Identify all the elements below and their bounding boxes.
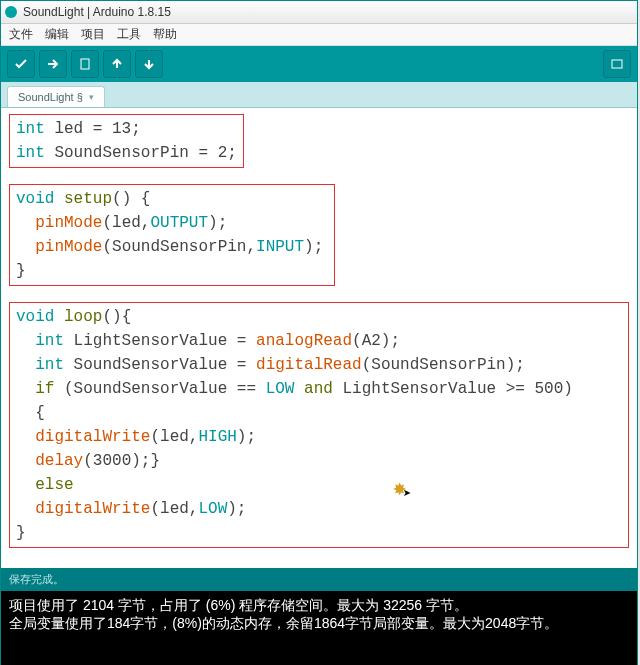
code-token: led = 13;	[54, 120, 140, 138]
code-token: delay	[35, 452, 83, 470]
code-token: LightSensorValue >= 500)	[333, 380, 573, 398]
code-token: );	[237, 428, 256, 446]
arduino-app-icon	[5, 6, 17, 18]
toolbar	[1, 46, 637, 82]
code-token: int	[35, 356, 73, 374]
code-token: int	[16, 120, 54, 138]
code-token: LOW	[198, 500, 227, 518]
title-bar[interactable]: SoundLight | Arduino 1.8.15	[1, 1, 637, 24]
menu-tools[interactable]: 工具	[117, 26, 141, 43]
console-text: 项目使用了 2104 字节，占用了 (6%) 程序存储空间。最大为 32256 …	[9, 597, 558, 631]
highlight-box-declarations: int led = 13; int SoundSensorPin = 2;	[9, 114, 244, 168]
new-button[interactable]	[71, 50, 99, 78]
svg-rect-0	[81, 59, 89, 69]
code-token: and	[294, 380, 332, 398]
code-token: if	[35, 380, 64, 398]
code-token: else	[35, 476, 73, 494]
code-token: SoundSensorPin = 2;	[54, 144, 236, 162]
new-file-icon	[78, 57, 92, 71]
tab-dropdown-icon[interactable]: ▾	[89, 92, 94, 102]
tab-label: SoundLight §	[18, 91, 83, 103]
code-token: digitalRead	[256, 356, 362, 374]
code-token: void	[16, 190, 64, 208]
code-token: INPUT	[256, 238, 304, 256]
code-token: }	[16, 259, 328, 283]
code-token: int	[16, 144, 54, 162]
code-token: (SoundSensorValue ==	[64, 380, 266, 398]
arrow-right-icon	[46, 57, 60, 71]
code-token: (led,	[150, 428, 198, 446]
code-token: (SoundSensorPin,	[102, 238, 256, 256]
serial-monitor-icon	[610, 57, 624, 71]
code-token: (SoundSensorPin);	[362, 356, 525, 374]
code-token: HIGH	[198, 428, 236, 446]
highlight-box-loop: void loop(){ int LightSensorValue = anal…	[9, 302, 629, 548]
code-token: OUTPUT	[150, 214, 208, 232]
highlight-box-setup: void setup() { pinMode(led,OUTPUT); pinM…	[9, 184, 335, 286]
code-token: void	[16, 308, 64, 326]
check-icon	[14, 57, 28, 71]
serial-monitor-button[interactable]	[603, 50, 631, 78]
open-button[interactable]	[103, 50, 131, 78]
code-token: );	[208, 214, 227, 232]
code-token: LOW	[266, 380, 295, 398]
open-arrow-up-icon	[110, 57, 124, 71]
code-token: );	[227, 500, 246, 518]
code-token: {	[16, 401, 622, 425]
menu-sketch[interactable]: 项目	[81, 26, 105, 43]
upload-button[interactable]	[39, 50, 67, 78]
code-token: (3000);}	[83, 452, 160, 470]
tab-soundlight[interactable]: SoundLight § ▾	[7, 86, 105, 107]
app-window: SoundLight | Arduino 1.8.15 文件 编辑 项目 工具 …	[0, 0, 638, 665]
code-token: SoundSensorValue =	[74, 356, 256, 374]
menu-help[interactable]: 帮助	[153, 26, 177, 43]
code-editor[interactable]: int led = 13; int SoundSensorPin = 2; vo…	[1, 108, 637, 568]
code-token: (led,	[150, 500, 198, 518]
code-token: loop	[64, 308, 102, 326]
code-token: (led,	[102, 214, 150, 232]
status-bar: 保存完成。	[1, 568, 637, 591]
code-token: }	[16, 521, 622, 545]
verify-button[interactable]	[7, 50, 35, 78]
code-token: pinMode	[35, 214, 102, 232]
code-token: analogRead	[256, 332, 352, 350]
menu-file[interactable]: 文件	[9, 26, 33, 43]
svg-rect-1	[612, 60, 622, 68]
save-button[interactable]	[135, 50, 163, 78]
menu-edit[interactable]: 编辑	[45, 26, 69, 43]
output-console[interactable]: 项目使用了 2104 字节，占用了 (6%) 程序存储空间。最大为 32256 …	[1, 591, 637, 665]
menu-bar: 文件 编辑 项目 工具 帮助	[1, 24, 637, 46]
save-arrow-down-icon	[142, 57, 156, 71]
code-token: setup	[64, 190, 112, 208]
window-title: SoundLight | Arduino 1.8.15	[23, 5, 171, 19]
code-token: LightSensorValue =	[74, 332, 256, 350]
code-token: digitalWrite	[35, 428, 150, 446]
code-token: digitalWrite	[35, 500, 150, 518]
code-token: (A2);	[352, 332, 400, 350]
code-token: );	[304, 238, 323, 256]
code-token: int	[35, 332, 73, 350]
tab-bar: SoundLight § ▾	[1, 82, 637, 108]
code-token: (){	[102, 308, 131, 326]
status-message: 保存完成。	[9, 573, 64, 585]
code-token: () {	[112, 190, 150, 208]
code-token: pinMode	[35, 238, 102, 256]
